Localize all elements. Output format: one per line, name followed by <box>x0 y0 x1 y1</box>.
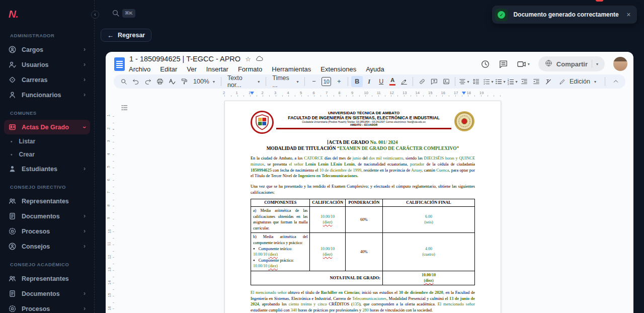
zoom-select[interactable]: 100%▾ <box>190 76 218 87</box>
menu-herramientas[interactable]: Herramientas <box>272 65 311 73</box>
font-family-select[interactable]: Times ...▾ <box>269 76 301 87</box>
bullet-icon: • <box>11 152 13 158</box>
sidebar-item-procesos[interactable]: Procesos› <box>4 224 90 239</box>
menu-extensiones[interactable]: Extensiones <box>320 65 356 73</box>
document-page[interactable]: UNIVERSIDAD TÉCNICA DE AMBATO FACULTAD D… <box>224 101 501 313</box>
app-logo-text: N. <box>9 8 18 20</box>
font-size-input[interactable]: 10 <box>321 77 331 86</box>
left-indent-marker[interactable] <box>250 92 254 95</box>
insert-image-icon[interactable] <box>440 76 452 87</box>
paragraph-style-select[interactable]: Texto nor...▾ <box>224 76 263 87</box>
document-title[interactable]: 1 - 1850994625 | T-EGCC - APRO <box>129 55 240 63</box>
comments-icon[interactable] <box>499 59 508 69</box>
undo-icon[interactable] <box>130 76 141 87</box>
document-outline-icon[interactable] <box>121 104 128 111</box>
search-icon[interactable] <box>112 9 120 17</box>
ruler-number: 2 <box>223 91 225 95</box>
share-button[interactable]: Compartir ▾ <box>538 56 605 71</box>
table-header-componentes: COMPONENTES <box>251 199 310 206</box>
underline-button[interactable]: U <box>375 76 387 87</box>
toast-close-icon[interactable]: ✕ <box>626 12 631 18</box>
sidebar-item-label: Carreras <box>22 76 47 84</box>
sidebar-item-procesos[interactable]: Procesos› <box>4 301 90 313</box>
sidebar-item-representantes[interactable]: Representantes <box>4 271 90 286</box>
sidebar-item-funcionarios[interactable]: Funcionarios› <box>4 88 90 102</box>
menu-archivo[interactable]: Archivo <box>129 65 150 73</box>
numbered-list-icon[interactable]: 123▾ <box>507 76 518 87</box>
calificacion-cell: 10.00/10(diez) <box>310 206 345 232</box>
table-cell-line: 4.00 <box>385 246 472 252</box>
sidebar-item-representantes[interactable]: Representantes <box>4 194 90 208</box>
sidebar-subitem-crear[interactable]: •Crear <box>4 148 90 161</box>
paint-format-icon[interactable] <box>178 76 190 87</box>
italic-button[interactable]: I <box>363 76 375 87</box>
ruler-number: 14 <box>416 91 420 95</box>
nota-final-label: NOTA FINAL DE GRADO: <box>251 271 383 285</box>
sidebar-collapse-button[interactable]: ‹ <box>91 11 99 19</box>
star-icon[interactable]: ☆ <box>245 56 251 62</box>
sidebar-item-cargos[interactable]: Cargos› <box>4 42 90 57</box>
bold-button[interactable]: B <box>351 76 363 87</box>
meet-video-icon[interactable]: ▾ <box>517 59 530 69</box>
add-comment-icon[interactable] <box>428 76 440 87</box>
chevron-down-icon: ▾ <box>258 80 260 84</box>
calificacion-final-cell: 4.00(cuatro) <box>383 232 475 271</box>
toolbar-divider <box>304 77 305 86</box>
menu-ver[interactable]: Ver <box>187 65 197 73</box>
right-indent-marker[interactable] <box>462 92 466 95</box>
ruler-number: 13 <box>107 267 112 271</box>
align-icon[interactable]: ▾ <box>458 76 470 87</box>
sidebar-item-actas-de-grado[interactable]: Actas De Grado› <box>4 120 90 134</box>
sidebar-item-estudiantes[interactable]: Estudiantes› <box>4 162 90 176</box>
redo-icon[interactable] <box>142 76 153 87</box>
menu-formato[interactable]: Formato <box>238 65 262 73</box>
sidebar-item-label: Funcionarios <box>22 92 61 99</box>
toolbar-search-icon[interactable] <box>118 76 129 87</box>
sidebar-item-label: Representantes <box>22 198 69 205</box>
menu-editar[interactable]: Editar <box>160 65 177 73</box>
toolbar-collapse-icon[interactable] <box>610 76 621 87</box>
insert-link-icon[interactable] <box>416 76 428 87</box>
sidebar-item-consejos[interactable]: Consejos› <box>4 239 90 254</box>
highlight-color-icon[interactable] <box>398 76 410 87</box>
bullet-list-icon[interactable]: ▾ <box>495 76 506 87</box>
chevron-right-icon: › <box>84 92 86 98</box>
ruler-number: 9 <box>351 91 353 95</box>
table-cell-line: 10.00/10 (diez) <box>253 252 307 258</box>
chevron-right-icon: › <box>84 305 86 311</box>
sidebar-item-carreras[interactable]: Carreras› <box>4 72 90 87</box>
sidebar-subitem-listar[interactable]: •Listar <box>4 135 90 148</box>
ruler-number: 8 <box>339 91 341 95</box>
document-letterhead: UNIVERSIDAD TÉCNICA DE AMBATO FACULTAD D… <box>251 111 475 136</box>
ruler-number: 1 <box>236 91 238 95</box>
horizontal-ruler[interactable]: 2112345678910111213141516171819 <box>106 91 633 97</box>
line-spacing-icon[interactable] <box>470 76 482 87</box>
menu-insertar[interactable]: Insertar <box>206 65 228 73</box>
menu-ayuda[interactable]: Ayuda <box>366 65 384 73</box>
outdent-icon[interactable] <box>519 76 530 87</box>
text-color-button[interactable]: A <box>387 77 397 86</box>
spellcheck-icon[interactable] <box>166 76 178 87</box>
editing-mode-select[interactable]: Edición ▾ <box>555 76 600 87</box>
table-cell-line: ●Componente teórico: <box>253 246 307 252</box>
paragraph-exam: Una vez que se ha presentado y ha rendid… <box>251 184 475 196</box>
vertical-ruler[interactable]: 12345678910111213141516 <box>107 102 115 313</box>
app-logo[interactable]: N. <box>0 0 94 25</box>
clear-format-icon[interactable]: T <box>543 76 554 87</box>
chevron-right-icon: › <box>84 166 86 172</box>
font-size-increase-button[interactable]: + <box>333 76 345 87</box>
sidebar-item-usuarios[interactable]: Usuarios› <box>4 57 90 72</box>
indent-icon[interactable] <box>531 76 542 87</box>
search-shortcut-badge: ⌘K <box>122 9 135 18</box>
sidebar-item-documentos[interactable]: Documentos› <box>4 286 90 301</box>
back-button[interactable]: ← Regresar <box>101 29 151 42</box>
sidebar-item-documentos[interactable]: Documentos› <box>4 209 90 223</box>
ruler-number: 4 <box>287 91 289 95</box>
back-button-label: Regresar <box>118 32 145 39</box>
user-avatar[interactable] <box>613 57 627 71</box>
print-icon[interactable] <box>154 76 166 87</box>
version-history-icon[interactable] <box>480 59 490 69</box>
font-size-decrease-button[interactable]: − <box>308 76 319 87</box>
chevron-down-icon[interactable]: ▾ <box>596 62 598 66</box>
checklist-icon[interactable]: ▾ <box>482 76 494 87</box>
